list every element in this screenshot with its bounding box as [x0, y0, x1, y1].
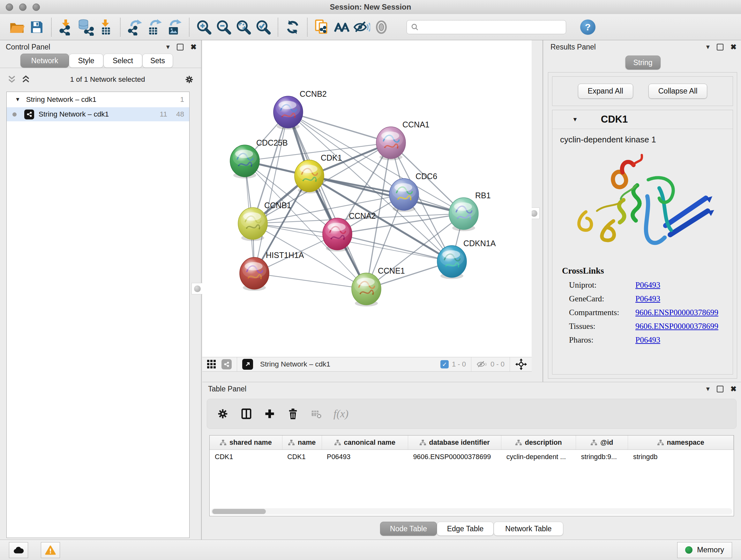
refresh-icon	[284, 19, 301, 36]
network-options-gear-icon[interactable]	[185, 75, 194, 84]
zoom-selected-button[interactable]	[253, 17, 273, 37]
column-type-icon	[657, 440, 664, 445]
tree-expander-icon[interactable]: ▼	[15, 97, 20, 103]
control-panel: Control Panel ▾ ✖ Network Style Select S…	[0, 40, 201, 540]
collapse-all-icon[interactable]	[7, 75, 17, 84]
cloud-status-button[interactable]	[9, 542, 28, 558]
help-button[interactable]: ?	[580, 19, 596, 35]
network-label: String Network – cdk1	[39, 110, 109, 118]
node-label-CCNB2: CCNB2	[300, 89, 327, 98]
delete-column-trash-icon[interactable]	[287, 408, 299, 420]
table-row[interactable]: CDK1CDK1P064939606.ENSP00000378699cyclin…	[210, 450, 734, 464]
expand-all-button[interactable]: Expand All	[578, 84, 633, 99]
export-image-button[interactable]	[165, 17, 185, 37]
right-splitter[interactable]	[542, 40, 543, 382]
column-header-shared-name[interactable]: shared name	[210, 435, 282, 450]
panel-maximize-icon[interactable]	[177, 44, 184, 51]
zoom-fit-icon	[235, 19, 252, 36]
crosslink-value-link[interactable]: P06493	[635, 280, 660, 290]
network-node-CCNB2[interactable]: CCNB2	[273, 89, 327, 130]
maximize-window-button[interactable]	[32, 3, 40, 11]
toolbar-separator	[307, 18, 308, 37]
import-network-file-button[interactable]	[56, 17, 76, 37]
node-label-RB1: RB1	[475, 191, 491, 200]
tab-network[interactable]: Network	[20, 54, 69, 68]
crosslink-value-link[interactable]: P06493	[635, 294, 660, 304]
left-splitter-handle[interactable]	[192, 283, 203, 294]
show-graphics-button[interactable]	[372, 17, 391, 37]
zoom-out-button[interactable]	[214, 17, 233, 37]
crosslink-value-link[interactable]: 9606.ENSP00000378699	[635, 321, 718, 331]
hide-selected-button[interactable]	[352, 17, 372, 37]
zoom-in-button[interactable]	[194, 17, 214, 37]
panel-close-icon[interactable]: ✖	[191, 44, 197, 51]
network-view-share-icon[interactable]	[221, 359, 232, 369]
tab-node-table[interactable]: Node Table	[380, 522, 437, 536]
export-table-button[interactable]	[145, 17, 165, 37]
column-header-database-identifier[interactable]: database identifier	[408, 435, 501, 450]
collapse-all-button[interactable]: Collapse All	[649, 84, 708, 99]
column-header-canonical-name[interactable]: canonical name	[322, 435, 408, 450]
table-options-gear-icon[interactable]	[217, 408, 229, 420]
toolbar-separator	[51, 18, 52, 37]
network-node-CCNE1[interactable]: CCNE1	[352, 266, 405, 307]
equation-builder-icon: f(x)	[333, 408, 348, 420]
network-row-selected[interactable]: String Network – cdk1 11 48	[7, 107, 189, 121]
node-label-CDC6: CDC6	[415, 172, 437, 181]
warning-status-button[interactable]	[41, 542, 60, 558]
clone-network-button[interactable]	[312, 17, 332, 37]
import-table-button[interactable]	[96, 17, 116, 37]
network-graph[interactable]: CCNB2CCNA1CDC25BCDK1CDC6RB1CCNB1CCNA2CDK…	[202, 40, 532, 357]
tab-network-table[interactable]: Network Table	[494, 522, 563, 536]
crosslink-row: Tissues:9606.ENSP00000378699	[562, 321, 725, 331]
network-node-RB1[interactable]: RB1	[449, 191, 491, 231]
refresh-network-button[interactable]	[283, 17, 302, 37]
panel-maximize-icon[interactable]	[717, 386, 724, 392]
import-network-database-button[interactable]	[76, 17, 96, 37]
detach-view-icon[interactable]	[242, 359, 253, 370]
tab-sets[interactable]: Sets	[142, 54, 173, 68]
hidden-count: 0 - 0	[490, 360, 504, 368]
section-expander-icon[interactable]: ▼	[572, 116, 578, 123]
export-network-button[interactable]	[125, 17, 145, 37]
expand-all-icon[interactable]	[21, 75, 30, 84]
network-collection-row[interactable]: ▼ String Network – cdk1 1	[7, 92, 189, 107]
save-session-button[interactable]	[27, 17, 47, 37]
panel-float-icon[interactable]: ▾	[166, 44, 170, 51]
open-session-button[interactable]	[7, 17, 27, 37]
network-node-HIST1H1A[interactable]: HIST1H1A	[240, 251, 304, 291]
string-results-tab[interactable]: String	[625, 56, 660, 70]
network-node-CDK1[interactable]: CDK1	[294, 153, 342, 193]
zoom-fit-button[interactable]	[233, 17, 253, 37]
panel-float-icon[interactable]: ▾	[706, 385, 710, 392]
panel-float-icon[interactable]: ▾	[706, 44, 710, 51]
panel-close-icon[interactable]: ✖	[731, 44, 737, 51]
column-header-description[interactable]: description	[501, 435, 576, 450]
crosslink-value-link[interactable]: P06493	[635, 335, 660, 345]
column-header-name[interactable]: name	[282, 435, 322, 450]
tab-select[interactable]: Select	[104, 54, 142, 68]
show-columns-icon[interactable]	[240, 408, 253, 420]
minimize-window-button[interactable]	[19, 3, 26, 11]
network-collection-count: 1	[180, 96, 184, 104]
scrollbar-thumb[interactable]	[212, 509, 266, 514]
network-node-CDKN1A[interactable]: CDKN1A	[437, 239, 496, 279]
network-canvas[interactable]: CCNB2CCNA1CDC25BCDK1CDC6RB1CCNB1CCNA2CDK…	[202, 40, 532, 357]
create-column-icon[interactable]	[264, 408, 275, 420]
selected-count-checkbox[interactable]: ✓	[441, 360, 449, 368]
table-horizontal-scrollbar[interactable]	[211, 508, 732, 515]
search-input[interactable]	[419, 23, 566, 32]
panel-close-icon[interactable]: ✖	[731, 385, 737, 393]
first-neighbors-button[interactable]	[332, 17, 352, 37]
crosslink-value-link[interactable]: 9606.ENSP00000378699	[635, 308, 718, 317]
tab-style[interactable]: Style	[69, 54, 104, 68]
gene-section-header[interactable]: ▼ CDK1	[552, 110, 733, 129]
grid-view-icon[interactable]	[207, 360, 216, 369]
column-header--id[interactable]: @id	[576, 435, 628, 450]
close-window-button[interactable]	[6, 3, 13, 11]
tab-edge-table[interactable]: Edge Table	[437, 522, 494, 536]
memory-button[interactable]: Memory	[677, 542, 732, 558]
panel-maximize-icon[interactable]	[717, 44, 724, 51]
pan-crosshair-icon[interactable]	[515, 358, 527, 370]
column-header-namespace[interactable]: namespace	[628, 435, 734, 450]
